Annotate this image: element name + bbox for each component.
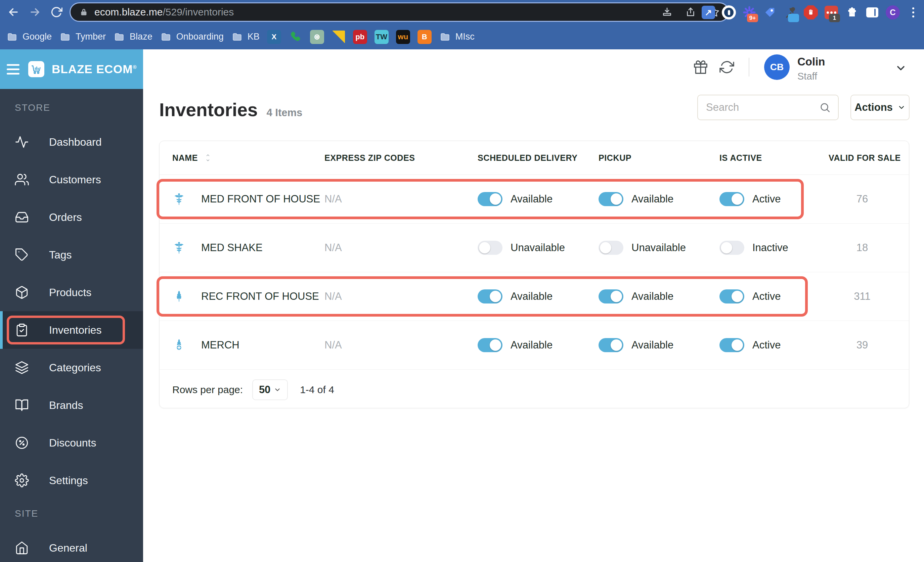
bookmark-tymber[interactable]: Tymber — [59, 31, 106, 42]
sidebar-item-customers[interactable]: Customers — [0, 161, 143, 198]
bookmark-phone-favicon[interactable] — [288, 30, 303, 44]
onepassword-extension-icon[interactable] — [720, 2, 738, 23]
address-bar[interactable]: ecom.blaze.me/529/inventories — [69, 2, 729, 22]
chrome-profile-avatar[interactable]: C — [884, 2, 902, 23]
is-active-toggle[interactable] — [720, 241, 744, 255]
sidebar-item-inventories[interactable]: Inventories — [0, 311, 143, 349]
sidebar-item-general[interactable]: General — [0, 529, 143, 562]
toggle-knob — [490, 339, 501, 351]
is-active-toggle[interactable] — [720, 289, 744, 303]
sidebar-item-label: Settings — [49, 474, 88, 487]
folder-icon — [160, 32, 172, 42]
scheduled-delivery-toggle[interactable] — [478, 338, 502, 352]
column-header-name[interactable]: NAME — [172, 153, 198, 163]
toggle-knob — [610, 193, 622, 205]
sync-icon[interactable] — [720, 60, 734, 75]
external-link-extension-icon[interactable]: ↗ — [700, 2, 717, 23]
user-menu-chevron-down-icon[interactable] — [895, 62, 907, 74]
bookmark-blaze[interactable]: Blaze — [113, 31, 153, 42]
toggle-knob — [721, 242, 732, 253]
bookmark-triangle-favicon[interactable] — [332, 30, 346, 44]
scheduled-delivery-toggle[interactable] — [478, 289, 502, 303]
bookmark-tw-favicon[interactable]: TW — [375, 30, 388, 44]
sidebar-item-brands[interactable]: Brands — [0, 387, 143, 424]
bookmark-x-favicon[interactable]: X — [267, 30, 281, 44]
column-header-valid-for-sale: VALID FOR SALE — [829, 153, 896, 163]
is-active-toggle[interactable] — [720, 192, 744, 206]
download-icon[interactable] — [662, 7, 672, 18]
search-icon[interactable] — [819, 102, 831, 113]
inventory-name: MED SHAKE — [201, 242, 262, 254]
rows-per-page-select[interactable]: 50 — [252, 379, 288, 400]
kebab-menu-icon[interactable] — [904, 2, 922, 23]
scheduled-delivery-toggle[interactable] — [478, 241, 502, 255]
header-divider — [748, 58, 749, 76]
package-icon — [15, 285, 29, 300]
pickup-toggle[interactable] — [598, 192, 623, 206]
sidebar-item-label: Products — [49, 286, 92, 299]
table-row-med-shake[interactable]: MED SHAKEN/AUnavailableUnavailableInacti… — [159, 223, 909, 272]
sidebar-item-categories[interactable]: Categories — [0, 349, 143, 387]
bookmark-chatgpt-favicon[interactable]: ⊛ — [310, 30, 324, 44]
column-header-scheduled-delivery: SCHEDULED DELIVERY — [478, 153, 578, 163]
sidebar-item-discounts[interactable]: Discounts — [0, 424, 143, 462]
bookmark-onboarding[interactable]: Onboarding — [160, 31, 224, 42]
bookmark-misc[interactable]: MIsc — [439, 31, 475, 42]
actions-button[interactable]: Actions — [850, 95, 909, 120]
users-icon — [15, 172, 29, 187]
puzzle-extension-icon[interactable] — [843, 2, 861, 23]
sidebar-item-dashboard[interactable]: Dashboard — [0, 123, 143, 161]
loom-extension-icon[interactable]: 9+ — [741, 2, 758, 23]
sidebar-item-tags[interactable]: Tags — [0, 236, 143, 274]
pickup-toggle[interactable] — [598, 289, 623, 303]
browser-forward-button[interactable] — [26, 3, 44, 21]
browser-back-button[interactable] — [5, 3, 22, 21]
sidebar-header: BLAZE ECOM® — [0, 49, 143, 89]
sidebar-item-products[interactable]: Products — [0, 274, 143, 311]
bookmark-google[interactable]: Google — [6, 31, 52, 42]
tag-extension-icon[interactable] — [761, 2, 778, 23]
lock-icon[interactable] — [79, 8, 88, 17]
is-active-toggle[interactable] — [720, 338, 744, 352]
table-row-med-front-of-house[interactable]: MED FRONT OF HOUSEN/AAvailableAvailableA… — [159, 175, 909, 223]
notifications-extension-icon[interactable]: 1 — [823, 2, 840, 23]
sidebar-item-label: Inventories — [49, 324, 102, 336]
search-box — [697, 95, 838, 120]
hamburger-menu-icon[interactable] — [5, 62, 21, 76]
pagination-range: 1-4 of 4 — [300, 384, 334, 396]
bookmark-wu-favicon[interactable]: wu — [396, 30, 410, 44]
toggle-knob — [490, 193, 501, 205]
column-header-is-active: IS ACTIVE — [720, 153, 762, 163]
table-footer: Rows per page: 50 1-4 of 4 — [159, 370, 909, 409]
browser-reload-button[interactable] — [48, 3, 65, 21]
user-name: Colin — [797, 55, 825, 68]
caduceus-icon — [172, 192, 186, 206]
book-open-icon — [15, 398, 29, 412]
pickup-toggle[interactable] — [598, 241, 623, 255]
bookmark-kb[interactable]: KB — [231, 31, 260, 42]
table-row-merch[interactable]: MERCHN/AAvailableAvailableActive39 — [159, 321, 909, 370]
notifications-badge: 1 — [829, 14, 840, 22]
side-panel-icon[interactable] — [864, 2, 881, 23]
eyedropper-extension-icon[interactable] — [782, 2, 799, 23]
loom-badge: 9+ — [747, 14, 758, 22]
share-icon[interactable] — [685, 7, 696, 18]
bookmark-pb-favicon[interactable]: pb — [353, 30, 367, 44]
toggle-knob — [610, 291, 622, 302]
pickup-toggle[interactable] — [598, 338, 623, 352]
adblock-extension-icon[interactable] — [802, 2, 819, 23]
search-input[interactable] — [705, 101, 819, 114]
blaze-ecom-logo-text[interactable]: BLAZE ECOM® — [52, 63, 137, 76]
table-row-rec-front-of-house[interactable]: REC FRONT OF HOUSEN/AAvailableAvailableA… — [159, 272, 909, 321]
avatar[interactable]: CB — [764, 54, 790, 80]
gift-icon[interactable] — [693, 60, 708, 75]
scheduled-delivery-label: Available — [510, 291, 552, 303]
registered-mark: ® — [133, 64, 137, 70]
pickup-label: Available — [632, 193, 674, 205]
sort-icon[interactable] — [204, 153, 211, 163]
bookmark-blogger-favicon[interactable]: B — [417, 30, 432, 44]
blaze-ecom-logo-icon[interactable] — [28, 61, 44, 77]
sidebar-item-orders[interactable]: Orders — [0, 198, 143, 236]
sidebar-item-settings[interactable]: Settings — [0, 462, 143, 499]
scheduled-delivery-toggle[interactable] — [478, 192, 502, 206]
